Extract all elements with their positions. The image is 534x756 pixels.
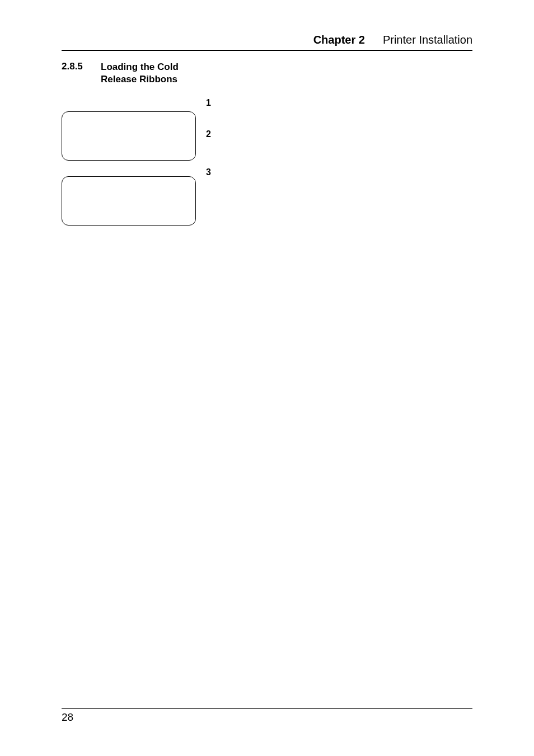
section-heading: 2.8.5 Loading the Cold Release Ribbons: [62, 61, 472, 86]
document-page: Chapter 2 Printer Installation 2.8.5 Loa…: [0, 0, 534, 756]
chapter-title: Printer Installation: [383, 34, 472, 46]
figure-placeholder-2: [62, 176, 196, 226]
section-title: Loading the Cold Release Ribbons: [101, 61, 207, 86]
step-number-1: 1: [206, 98, 211, 108]
figure-placeholder-1: [62, 111, 196, 161]
step-number-3: 3: [206, 167, 211, 177]
page-header: Chapter 2 Printer Installation: [62, 34, 472, 51]
page-footer: 28: [62, 708, 472, 724]
footer-rule: [62, 708, 472, 709]
steps-area: 1 2 3: [62, 96, 472, 252]
page-number: 28: [62, 711, 472, 724]
step-number-2: 2: [206, 129, 211, 139]
section-number: 2.8.5: [62, 61, 90, 72]
chapter-label: Chapter 2: [313, 34, 365, 46]
